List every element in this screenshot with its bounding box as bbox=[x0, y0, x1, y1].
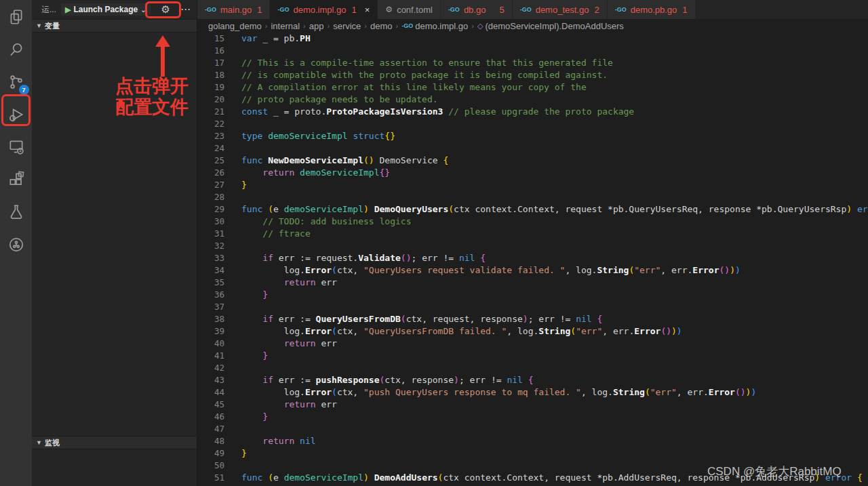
code-text: // TODO: add business logics bbox=[224, 216, 411, 228]
extensions-icon[interactable] bbox=[5, 168, 28, 191]
code-line-28[interactable]: 28 bbox=[197, 191, 868, 203]
code-line-46[interactable]: 46 } bbox=[197, 411, 868, 423]
code-line-23[interactable]: 23type demoServiceImpl struct{} bbox=[197, 130, 868, 142]
source-control-badge: 7 bbox=[19, 85, 29, 95]
breadcrumb-item-internal[interactable]: internal bbox=[271, 21, 300, 31]
code-line-36[interactable]: 36 } bbox=[197, 289, 868, 301]
line-number: 21 bbox=[197, 106, 224, 118]
code-line-47[interactable]: 47 bbox=[197, 423, 868, 435]
code-line-43[interactable]: 43 if err := pushResponse(ctx, response)… bbox=[197, 374, 868, 386]
code-line-32[interactable]: 32 bbox=[197, 240, 868, 252]
code-line-21[interactable]: 21const _ = proto.ProtoPackageIsVersion3… bbox=[197, 106, 868, 118]
line-number: 19 bbox=[197, 81, 224, 94]
code-line-45[interactable]: 45 return err bbox=[197, 399, 868, 411]
start-debug-icon[interactable]: ▶ bbox=[65, 5, 71, 14]
launch-config-dropdown[interactable]: ▶ Launch Package ⌄ bbox=[61, 3, 151, 16]
code-line-38[interactable]: 38 if err := QueryUsersFromDB(ctx, reque… bbox=[197, 313, 868, 325]
tab-conf.toml[interactable]: ⚙conf.toml bbox=[378, 0, 440, 19]
code-line-33[interactable]: 33 if err := request.Validate(); err != … bbox=[197, 252, 868, 264]
code-text: } bbox=[224, 289, 268, 301]
launch-config-name: Launch Package bbox=[73, 5, 138, 14]
annotation-box-debug-icon bbox=[1, 94, 31, 126]
code-line-34[interactable]: 34 log.Error(ctx, "QueryUsers request va… bbox=[197, 264, 868, 277]
source-control-icon[interactable]: 7 bbox=[5, 70, 28, 94]
code-line-44[interactable]: 44 log.Error(ctx, "push QueryUsers respo… bbox=[197, 386, 868, 399]
go-file-icon: -GO bbox=[615, 6, 627, 13]
code-text bbox=[224, 45, 241, 57]
tab-demo.impl.go[interactable]: -GOdemo.impl.go1× bbox=[270, 0, 377, 19]
breadcrumb-item-demo[interactable]: demo bbox=[370, 21, 393, 31]
remote-explorer-icon[interactable] bbox=[5, 136, 28, 159]
code-text: } bbox=[224, 350, 268, 362]
line-number: 26 bbox=[197, 167, 224, 179]
explorer-icon[interactable] bbox=[5, 5, 28, 28]
line-number: 17 bbox=[197, 57, 224, 69]
tab-main.go[interactable]: -GOmain.go1 bbox=[197, 0, 269, 19]
code-line-27[interactable]: 27} bbox=[197, 179, 868, 191]
code-line-25[interactable]: 25func NewDemoServiceImpl() DemoService … bbox=[197, 155, 868, 167]
line-number: 35 bbox=[197, 277, 224, 289]
code-line-22[interactable]: 22 bbox=[197, 118, 868, 130]
code-line-39[interactable]: 39 log.Error(ctx, "QueryUsersFromDB fail… bbox=[197, 325, 868, 338]
breadcrumb-separator: › bbox=[265, 22, 268, 30]
code-text: } bbox=[224, 179, 247, 191]
editor-group: -GOmain.go1-GOdemo.impl.go1×⚙conf.toml-G… bbox=[197, 0, 868, 486]
line-number: 42 bbox=[197, 362, 224, 374]
code-line-48[interactable]: 48 return nil bbox=[197, 435, 868, 447]
tab-db.go[interactable]: -GOdb.go5 bbox=[441, 0, 512, 19]
tab-demo.pb.go[interactable]: -GOdemo.pb.go1 bbox=[608, 0, 695, 19]
breadcrumb-item-service[interactable]: service bbox=[333, 21, 361, 31]
code-text bbox=[224, 301, 241, 313]
more-actions-icon[interactable]: ··· bbox=[181, 5, 191, 14]
code-line-42[interactable]: 42 bbox=[197, 362, 868, 374]
line-number: 36 bbox=[197, 289, 224, 301]
line-number: 47 bbox=[197, 423, 224, 435]
code-text: const _ = proto.ProtoPackageIsVersion3 /… bbox=[224, 106, 634, 118]
annotation-arrow-tail bbox=[161, 46, 165, 77]
watch-section: ▼ 监视 bbox=[32, 436, 197, 486]
annotation-arrow-head bbox=[155, 35, 170, 47]
code-line-31[interactable]: 31 // ftrace bbox=[197, 228, 868, 240]
line-number: 23 bbox=[197, 130, 224, 142]
code-line-19[interactable]: 19// A compilation error at this line li… bbox=[197, 81, 868, 94]
annotation-line1: 点击弹开 bbox=[115, 76, 189, 97]
code-editor[interactable]: 15var _ = pb.PH1617// This is a compile-… bbox=[197, 33, 868, 486]
variables-section-header[interactable]: ▼ 变量 bbox=[32, 19, 197, 33]
code-line-18[interactable]: 18// is compatible with the proto packag… bbox=[197, 69, 868, 81]
go-file-icon: -GO bbox=[277, 6, 289, 13]
run-label: 运... bbox=[41, 4, 56, 16]
breadcrumb-symbol[interactable]: (demoServiceImpl).DemoAddUsers bbox=[485, 21, 623, 31]
code-line-15[interactable]: 15var _ = pb.PH bbox=[197, 33, 868, 45]
toml-file-icon: ⚙ bbox=[385, 5, 393, 14]
tab-problems-badge: 2 bbox=[594, 5, 599, 15]
code-line-49[interactable]: 49} bbox=[197, 447, 868, 460]
code-line-37[interactable]: 37 bbox=[197, 301, 868, 313]
code-line-17[interactable]: 17// This is a compile-time assertion to… bbox=[197, 57, 868, 69]
code-text: log.Error(ctx, "push QueryUsers response… bbox=[224, 386, 756, 399]
tab-label: db.go bbox=[464, 5, 486, 15]
code-line-29[interactable]: 29func (e demoServiceImpl) DemoQueryUser… bbox=[197, 203, 868, 216]
line-number: 34 bbox=[197, 264, 224, 277]
code-text: type demoServiceImpl struct{} bbox=[224, 130, 395, 142]
code-line-35[interactable]: 35 return err bbox=[197, 277, 868, 289]
testing-icon[interactable] bbox=[5, 201, 28, 224]
code-text: // is compatible with the proto package … bbox=[224, 69, 608, 81]
profiler-icon[interactable] bbox=[5, 233, 28, 256]
code-line-26[interactable]: 26 return demoServiceImpl{} bbox=[197, 167, 868, 179]
breadcrumb-item-golang_demo[interactable]: golang_demo bbox=[208, 21, 262, 31]
close-icon[interactable]: × bbox=[365, 5, 370, 15]
breadcrumb-item-app[interactable]: app bbox=[309, 21, 324, 31]
line-number: 18 bbox=[197, 69, 224, 81]
watch-section-header[interactable]: ▼ 监视 bbox=[32, 436, 197, 449]
breadcrumb-file[interactable]: demo.impl.go bbox=[415, 21, 468, 31]
code-line-30[interactable]: 30 // TODO: add business logics bbox=[197, 216, 868, 228]
code-text bbox=[224, 460, 241, 472]
code-line-20[interactable]: 20// proto package needs to be updated. bbox=[197, 94, 868, 106]
code-line-24[interactable]: 24 bbox=[197, 142, 868, 155]
code-line-40[interactable]: 40 return err bbox=[197, 338, 868, 350]
code-line-41[interactable]: 41 } bbox=[197, 350, 868, 362]
code-text: if err := request.Validate(); err != nil… bbox=[224, 252, 486, 264]
tab-demo_test.go[interactable]: -GOdemo_test.go2 bbox=[513, 0, 607, 19]
search-icon[interactable] bbox=[5, 38, 28, 61]
code-line-16[interactable]: 16 bbox=[197, 45, 868, 57]
